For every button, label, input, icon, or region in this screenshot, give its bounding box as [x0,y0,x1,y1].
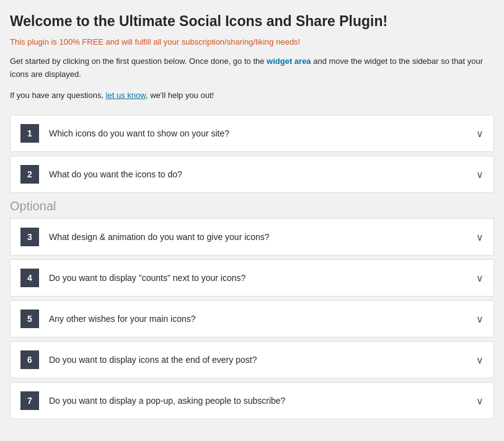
optional-label: Optional [10,199,494,213]
page-title: Welcome to the Ultimate Social Icons and… [10,12,494,31]
intro-body-prefix: Get started by clicking on the first que… [10,56,267,66]
accordion-item-2[interactable]: 2 What do you want the icons to do? ∨ [10,156,494,193]
chevron-icon-2: ∨ [476,169,484,180]
chevron-icon-5: ∨ [476,313,484,325]
chevron-icon-7: ∨ [476,395,484,407]
accordion-item-5[interactable]: 5 Any other wishes for your main icons? … [10,300,494,337]
accordion-label-3: What design & animation do you want to g… [49,232,469,242]
accordion-item-4[interactable]: 4 Do you want to display "counts" next t… [10,259,494,296]
chevron-icon-1: ∨ [476,128,484,140]
accordion-number-4: 4 [20,269,39,287]
optional-accordion-list: 3 What design & animation do you want to… [10,218,494,419]
intro-body: Get started by clicking on the first que… [10,55,494,81]
chevron-icon-4: ∨ [476,272,484,284]
accordion-label-5: Any other wishes for your main icons? [49,314,469,324]
accordion-label-4: Do you want to display "counts" next to … [49,273,469,283]
accordion-number-6: 6 [20,350,39,369]
questions-suffix: , we'll help you out! [146,91,214,100]
accordion-item-1[interactable]: 1 Which icons do you want to show on you… [10,115,494,152]
accordion-number-5: 5 [20,310,39,328]
free-text: This plugin is 100% FREE and will fulfil… [10,37,494,47]
accordion-item-6[interactable]: 6 Do you want to display icons at the en… [10,341,494,378]
widget-area-link[interactable]: widget area [267,56,311,66]
questions-prefix: If you have any questions, [10,91,106,100]
accordion-number-1: 1 [20,124,39,143]
accordion-number-3: 3 [20,228,39,246]
accordion-item-3[interactable]: 3 What design & animation do you want to… [10,218,494,256]
let-us-know-link[interactable]: let us know [106,91,146,100]
accordion-list: 1 Which icons do you want to show on you… [10,115,494,193]
chevron-icon-3: ∨ [476,231,484,243]
accordion-item-7[interactable]: 7 Do you want to display a pop-up, askin… [10,382,494,419]
accordion-label-1: Which icons do you want to show on your … [49,128,469,138]
accordion-label-6: Do you want to display icons at the end … [49,355,469,365]
chevron-icon-6: ∨ [476,354,484,366]
intro-questions: If you have any questions, let us know, … [10,89,494,102]
page-wrapper: Welcome to the Ultimate Social Icons and… [0,0,504,441]
accordion-label-7: Do you want to display a pop-up, asking … [49,396,469,406]
accordion-label-2: What do you want the icons to do? [49,169,469,179]
accordion-number-2: 2 [20,165,39,184]
accordion-number-7: 7 [20,391,39,410]
